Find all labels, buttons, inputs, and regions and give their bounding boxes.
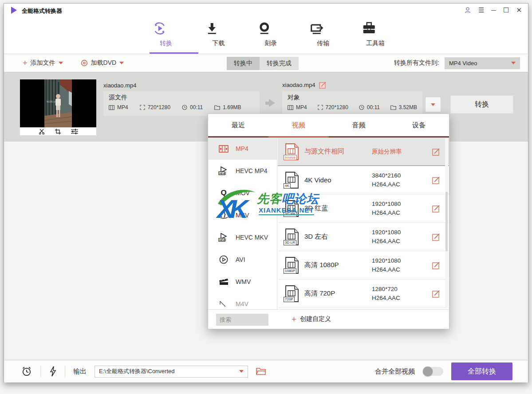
effects-icon[interactable] [71, 129, 78, 134]
avi-icon [218, 255, 229, 264]
hevc-mp4-icon: HEVC [218, 166, 229, 175]
bottom-bar: 输出 E:\全能格式转换器\Converted 合并全部视频 全部转换 [4, 360, 528, 382]
filesize-icon [390, 105, 396, 110]
divider [65, 366, 65, 377]
main-nav: 转换 下载 刻录 传输 [4, 17, 528, 54]
edit-preset-icon[interactable] [432, 176, 440, 184]
panel-footer: + 创建自定义 [208, 309, 449, 329]
active-tab-indicator [150, 52, 198, 54]
plus-icon: + [292, 316, 296, 323]
create-custom-button[interactable]: + 创建自定义 [292, 315, 331, 323]
format-item-mp4[interactable]: MP4 [208, 138, 277, 160]
tab-convert[interactable]: 转换 [151, 20, 181, 47]
source-format: MP4 [117, 104, 128, 110]
edit-preset-icon[interactable] [432, 205, 440, 213]
convert-button[interactable]: 转换 [450, 95, 513, 114]
add-file-button[interactable]: + 添加文件 [23, 59, 63, 67]
svg-text:HEVC: HEVC [220, 239, 226, 241]
convert-all-to-label: 转换所有文件到: [394, 59, 439, 67]
convert-direction-arrow-icon [269, 99, 275, 107]
target-duration: 00:11 [367, 104, 380, 110]
output-path-select[interactable]: E:\全能格式转换器\Converted [95, 366, 248, 378]
panel-tab-device[interactable]: 设备 [389, 114, 449, 136]
svg-text:HEVC: HEVC [220, 172, 226, 175]
scrollbar-thumb[interactable] [445, 192, 448, 252]
source-panel-title: 源文件 [109, 94, 254, 102]
merge-toggle[interactable] [423, 367, 443, 376]
output-path-value: E:\全能格式转换器\Converted [99, 367, 175, 375]
tab-download[interactable]: 下载 [204, 20, 233, 47]
format-list: MP4 HEVC HEVC MP4 Q MOV { } MKV [208, 138, 277, 309]
target-format: MP4 [296, 104, 307, 110]
tab-toolbox[interactable]: 工具箱 [361, 20, 390, 47]
tab-converted[interactable]: 转换完成 [260, 57, 299, 70]
convert-all-button[interactable]: 全部转换 [451, 362, 512, 380]
edit-preset-icon[interactable] [432, 290, 440, 298]
source-duration: 00:11 [190, 104, 203, 110]
rename-icon[interactable] [319, 81, 327, 89]
svg-text:{ }: { } [220, 211, 226, 217]
preset-3d-sbs[interactable]: 3D LR 3D 左右 1920*1080H264,AAC [278, 223, 449, 251]
duration-icon [182, 105, 187, 110]
high-speed-icon[interactable] [49, 366, 57, 377]
burn-disc-icon [256, 20, 285, 36]
panel-tab-recent[interactable]: 最近 [208, 114, 268, 136]
panel-tab-audio[interactable]: 音频 [329, 114, 389, 136]
close-button[interactable]: ✕ [516, 5, 522, 15]
load-dvd-button[interactable]: 加载DVD [81, 59, 124, 67]
format-icon [109, 105, 114, 110]
hevc-mkv-icon: HEVC [218, 233, 229, 242]
format-icon [288, 105, 293, 110]
search-input[interactable] [216, 314, 268, 326]
preset-hd-1080p[interactable]: 1080P 高清 1080P 1920*1080H264,AAC [278, 251, 449, 280]
1080p-preset-icon: 1080P [285, 256, 299, 274]
chevron-down-icon [511, 62, 516, 64]
video-thumbnail[interactable]: VLOG·小岛 [20, 79, 96, 135]
minimize-button[interactable]: ─ [491, 5, 496, 15]
open-folder-icon[interactable] [256, 367, 266, 375]
toolbar: + 添加文件 加载DVD 转换中 转换完成 转换所有文件到: MP4 Video [4, 54, 528, 72]
format-item-m4v[interactable]: M4V [208, 293, 277, 309]
target-resolution: 720*1280 [326, 104, 348, 110]
preset-3d-anaglyph[interactable]: 3D RB 3D 红蓝 1920*1080H264,AAC [278, 194, 449, 223]
dvd-icon [81, 59, 88, 67]
target-size: 3.52MB [399, 104, 417, 110]
schedule-icon[interactable] [21, 366, 32, 377]
output-format-select[interactable]: MP4 Video [445, 57, 520, 69]
source-preset-icon: source [285, 143, 299, 161]
format-item-hevc-mp4[interactable]: HEVC HEVC MP4 [208, 160, 277, 182]
preset-same-as-source[interactable]: source 与源文件相同 原始分辨率 [278, 138, 449, 166]
target-format-dropdown-button[interactable] [425, 97, 441, 112]
crop-icon[interactable] [55, 129, 61, 134]
download-icon [204, 20, 233, 36]
720p-preset-icon: 720P [285, 285, 299, 303]
target-filename: xiaodao.mp4 [282, 82, 315, 88]
title-bar: 全能格式转换器 ☰ ─ ☐ ✕ [4, 4, 528, 17]
duration-icon [359, 105, 364, 110]
edit-preset-icon[interactable] [432, 233, 440, 241]
account-icon[interactable] [464, 7, 471, 14]
preset-scrollbar[interactable] [445, 138, 448, 308]
thumbnail-toolbar [20, 127, 96, 135]
format-item-wmv[interactable]: WMV [208, 271, 277, 293]
source-size: 1.69MB [223, 104, 241, 110]
format-item-mov[interactable]: Q MOV [208, 182, 277, 204]
edit-preset-icon[interactable] [432, 261, 440, 269]
trim-icon[interactable] [39, 129, 45, 134]
panel-tab-video[interactable]: 视频 [268, 114, 329, 136]
transfer-icon [308, 20, 338, 36]
edit-preset-icon[interactable] [432, 148, 440, 156]
toggle-knob [423, 366, 433, 376]
tab-converting[interactable]: 转换中 [227, 57, 260, 70]
output-label: 输出 [73, 367, 87, 376]
format-item-mkv[interactable]: { } MKV [208, 204, 277, 226]
tab-burn[interactable]: 刻录 [256, 20, 285, 47]
preset-hd-720p[interactable]: 720P 高清 720P 1280*720H264,AAC [278, 280, 449, 308]
mp4-icon [218, 145, 229, 153]
preset-4k-video[interactable]: 4K 4K Video 3840*2160H264,AAC [278, 166, 449, 194]
format-item-avi[interactable]: AVI [208, 248, 277, 271]
tab-transfer[interactable]: 传输 [308, 20, 338, 47]
menu-icon[interactable]: ☰ [478, 5, 484, 15]
maximize-button[interactable]: ☐ [503, 5, 509, 15]
format-item-hevc-mkv[interactable]: HEVC HEVC MKV [208, 226, 277, 248]
